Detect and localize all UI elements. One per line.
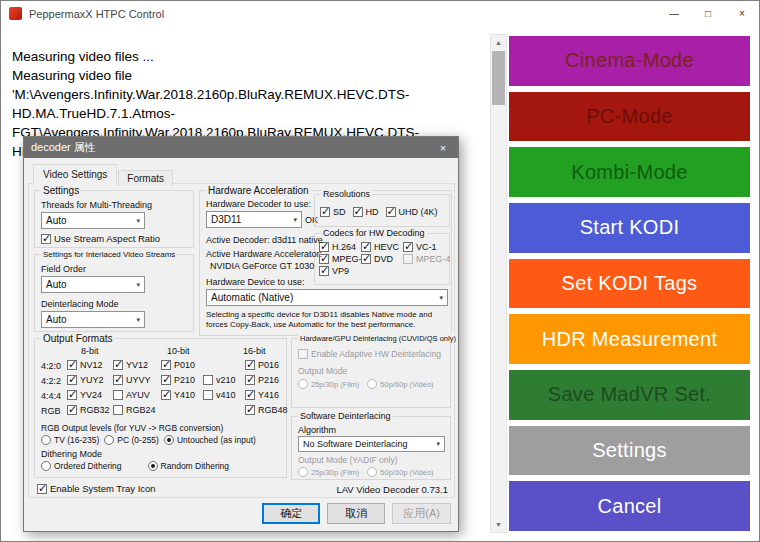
cancel-button[interactable]: 取消 xyxy=(327,503,385,524)
output-format-col-bit10: P210v210 xyxy=(161,375,245,385)
radio-random-dithering[interactable]: Random Dithering xyxy=(148,461,230,471)
sidebar-button-kombi-mode[interactable]: Kombi-Mode xyxy=(509,147,750,197)
sidebar-button-settings[interactable]: Settings xyxy=(509,426,750,476)
checkbox-p016[interactable]: P016 xyxy=(245,360,279,370)
checkbox-label: VP9 xyxy=(332,266,349,276)
radio-50p-60p-video: 50p/60p (Video) xyxy=(367,467,433,477)
radio-label: PC (0-255) xyxy=(117,435,159,445)
checkbox-v210[interactable]: v210 xyxy=(203,375,245,385)
adaptive-deint-checkbox-row: Enable Adaptive HW Deinterlacing xyxy=(298,349,441,359)
checkbox-v410[interactable]: v410 xyxy=(203,390,245,400)
checkbox-yv24[interactable]: YV24 xyxy=(67,390,113,400)
interlaced-group: Settings for Interlaced Video Streams Fi… xyxy=(34,254,194,332)
checkbox-mark xyxy=(203,375,213,385)
chevron-down-icon: ▾ xyxy=(136,316,140,324)
checkbox-p010[interactable]: P010 xyxy=(161,360,203,370)
col-header-8bit: 8-bit xyxy=(81,346,99,357)
scroll-down-icon[interactable]: ▼ xyxy=(491,517,506,532)
aspect-checkbox-row: Use Stream Aspect Ratio xyxy=(41,233,160,244)
checkbox-nv12[interactable]: NV12 xyxy=(67,360,113,370)
checkbox-label: P016 xyxy=(258,360,279,370)
radio-ordered-dithering[interactable]: Ordered Dithering xyxy=(41,461,122,471)
checkbox-label: H.264 xyxy=(332,242,356,252)
checkbox-use-stream-aspect-ratio[interactable]: Use Stream Aspect Ratio xyxy=(41,233,160,244)
checkbox-label: YV24 xyxy=(80,390,102,400)
checkbox-label: DVD xyxy=(374,254,393,264)
output-format-col-bit8: YUY2UYVY xyxy=(67,375,159,385)
sidebar-button-pc-mode[interactable]: PC-Mode xyxy=(509,92,750,142)
checkbox-rgb32[interactable]: RGB32 xyxy=(67,405,113,415)
checkbox-y416[interactable]: Y416 xyxy=(245,390,279,400)
checkbox-mark xyxy=(67,405,77,415)
radio-label: 25p/30p (Film) xyxy=(311,468,359,477)
radio-untouched-as-input[interactable]: Untouched (as input) xyxy=(164,435,256,445)
checkbox-yuy2[interactable]: YUY2 xyxy=(67,375,113,385)
checkbox-p216[interactable]: P216 xyxy=(245,375,279,385)
radio-pc-0-255[interactable]: PC (0-255) xyxy=(104,435,159,445)
log-scrollbar[interactable]: ▲ ▼ xyxy=(490,34,507,533)
checkbox-vc-1[interactable]: VC-1 xyxy=(403,242,445,252)
scrollbar-thumb[interactable] xyxy=(492,51,505,105)
output-format-row-label: 4:4:4 xyxy=(41,391,61,401)
checkbox-y410[interactable]: Y410 xyxy=(161,390,203,400)
checkbox-mark xyxy=(113,405,123,415)
sidebar-button-save-madvr-set[interactable]: Save MadVR Set. xyxy=(509,370,750,420)
sidebar-button-cancel[interactable]: Cancel xyxy=(509,481,750,531)
checkbox-label: RGB48 xyxy=(258,405,288,415)
algorithm-combo[interactable]: No Software Deinterlacing ▾ xyxy=(298,436,445,452)
checkbox-mark xyxy=(67,360,77,370)
deinterlacing-mode-combo[interactable]: Auto ▾ xyxy=(41,311,145,328)
dialog-close-button[interactable]: × xyxy=(428,137,458,158)
maximize-button[interactable]: □ xyxy=(691,1,725,26)
radio-mark xyxy=(367,379,377,389)
sidebar-button-set-kodi-tags[interactable]: Set KODI Tags xyxy=(509,259,750,309)
checkbox-mark xyxy=(245,360,255,370)
checkbox-enable-system-tray-icon[interactable]: Enable System Tray Icon xyxy=(37,483,156,494)
ok-button[interactable]: 确定 xyxy=(262,503,320,524)
hw-device-combo[interactable]: Automatic (Native) ▾ xyxy=(206,289,448,306)
checkbox-p210[interactable]: P210 xyxy=(161,375,203,385)
checkbox-ayuv[interactable]: AYUV xyxy=(113,390,159,400)
checkbox-sd[interactable]: SD xyxy=(320,207,346,217)
tab-formats[interactable]: Formats xyxy=(118,170,173,186)
resolutions-checkbox-row: SDHDUHD (4K) xyxy=(320,207,438,217)
apply-button[interactable]: 应用(A) xyxy=(392,503,451,524)
checkbox-label: MPEG-4 xyxy=(416,254,451,264)
checkbox-mark xyxy=(320,207,330,217)
checkbox-uyvy[interactable]: UYVY xyxy=(113,375,159,385)
version-label: LAV Video Decoder 0.73.1 xyxy=(336,484,448,495)
radio-50p-60p-video: 50p/60p (Video) xyxy=(367,379,433,389)
checkbox-mark xyxy=(37,484,47,494)
radio-mark xyxy=(164,435,174,445)
checkbox-label: Enable System Tray Icon xyxy=(50,483,156,494)
checkbox-dvd[interactable]: DVD xyxy=(361,254,403,264)
checkbox-hd[interactable]: HD xyxy=(353,207,379,217)
checkbox-mpeg-2[interactable]: MPEG-2 xyxy=(319,254,361,264)
close-button[interactable]: × xyxy=(725,1,759,26)
output-format-col-bit10: P010 xyxy=(161,360,203,370)
radio-tv-16-235[interactable]: TV (16-235) xyxy=(41,435,99,445)
hw-decoder-combo[interactable]: D3D11 ▾ xyxy=(206,211,302,228)
checkbox-rgb24[interactable]: RGB24 xyxy=(113,405,159,415)
scroll-up-icon[interactable]: ▲ xyxy=(491,35,506,50)
chevron-down-icon: ▾ xyxy=(436,440,440,448)
field-order-combo[interactable]: Auto ▾ xyxy=(41,276,145,293)
checkbox-mark xyxy=(403,254,413,264)
tab-video-settings[interactable]: Video Settings xyxy=(33,164,117,184)
minimize-button[interactable]: — xyxy=(657,1,691,26)
sidebar-button-start-kodi[interactable]: Start KODI xyxy=(509,203,750,253)
checkbox-label: P216 xyxy=(258,375,279,385)
checkbox-rgb48[interactable]: RGB48 xyxy=(245,405,288,415)
checkbox-vp9[interactable]: VP9 xyxy=(319,266,361,276)
checkbox-yv12[interactable]: YV12 xyxy=(113,360,159,370)
sidebar-button-cinema-mode[interactable]: Cinema-Mode xyxy=(509,36,750,86)
checkbox-h-264[interactable]: H.264 xyxy=(319,242,361,252)
output-format-col-bit16: RGB48 xyxy=(245,405,288,415)
checkbox-mark xyxy=(298,349,308,359)
checkbox-hevc[interactable]: HEVC xyxy=(361,242,403,252)
threads-combo[interactable]: Auto ▾ xyxy=(41,212,145,229)
output-format-col-bit16: P216 xyxy=(245,375,279,385)
checkbox-label: RGB32 xyxy=(80,405,110,415)
checkbox-uhd-4k[interactable]: UHD (4K) xyxy=(386,207,438,217)
sidebar-button-hdr-measurement[interactable]: HDR Measurement xyxy=(509,314,750,364)
